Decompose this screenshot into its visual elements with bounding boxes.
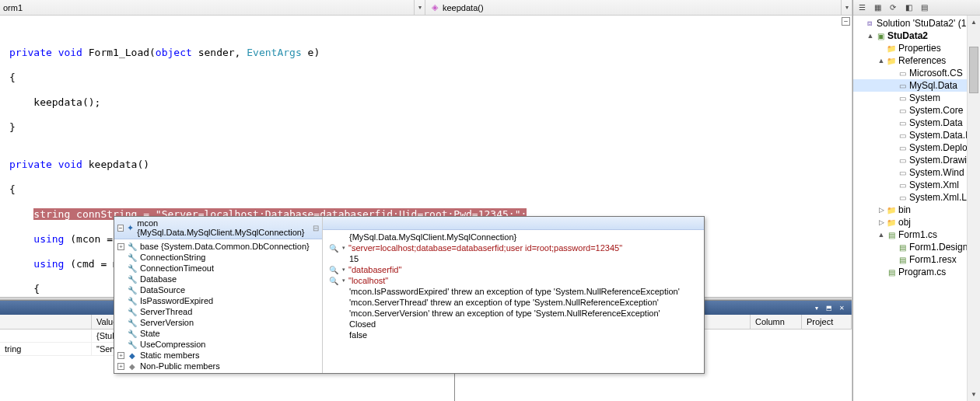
datatip-property[interactable]: 🔧UseCompression — [114, 339, 322, 350]
property-icon: 🔧 — [128, 285, 137, 295]
chevron-down-icon[interactable]: ▾ — [342, 267, 345, 273]
tree-item[interactable]: ▤Form1.resx — [853, 253, 980, 266]
project-node[interactable]: ▲ ▣ StuData2 — [853, 30, 980, 42]
tree-item[interactable]: ▭System.Deplo — [853, 141, 980, 154]
tree-item[interactable]: ▷📁obj — [853, 216, 980, 228]
csfile-icon: ▤ — [886, 267, 897, 277]
expand-icon[interactable]: ▷ — [877, 206, 886, 214]
magnifier-icon[interactable]: 🔍 — [329, 277, 338, 285]
tree-item[interactable]: ▭MySql.Data — [853, 79, 980, 92]
tree-item[interactable]: ▭System.Drawi — [853, 154, 980, 166]
value-text: 15 — [349, 254, 359, 263]
collapse-icon[interactable]: − — [117, 225, 124, 232]
tree-item[interactable]: ▭System.Wind — [853, 166, 980, 179]
tree-item[interactable]: ▭Microsoft.CS — [853, 67, 980, 79]
member-dropdown[interactable]: ◈ keepdata() ▾ — [425, 0, 852, 15]
reference-icon: ▭ — [897, 142, 908, 153]
scroll-up-icon[interactable]: ▲ — [968, 16, 980, 29]
type-dropdown[interactable]: orm1 ▾ — [0, 0, 425, 15]
view-icon[interactable]: ◧ — [901, 2, 915, 14]
showall-icon[interactable]: ▦ — [870, 2, 884, 14]
property-icon: 🔧 — [128, 329, 137, 338]
tree-item[interactable]: ▷📁bin — [853, 204, 980, 216]
expand-icon[interactable]: + — [117, 352, 124, 359]
tree-item[interactable]: ▤Form1.Design — [853, 241, 980, 253]
tree-item[interactable]: 📁Properties — [853, 42, 980, 54]
chevron-down-icon[interactable]: ▾ — [841, 0, 852, 15]
tree-item[interactable]: ▭System.Data.I — [853, 129, 980, 141]
datatip-value: 'mcon.ServerVersion' threw an exception … — [323, 308, 704, 319]
property-label: Static members — [140, 350, 199, 360]
expand-icon — [887, 119, 897, 127]
value-text: {MySql.Data.MySqlClient.MySqlConnection} — [349, 232, 516, 242]
magnifier-icon[interactable]: 🔍 — [329, 266, 338, 274]
refresh-icon[interactable]: ⟳ — [886, 2, 900, 14]
property-icon: 🔧 — [128, 263, 137, 273]
magnifier-icon[interactable]: 🔍 — [329, 244, 338, 253]
datatip-property[interactable]: 🔧ConnectionTimeout — [114, 263, 322, 274]
datatip-value: false — [323, 330, 704, 340]
datatip-header[interactable]: − ✦ mcon {MySql.Data.MySqlClient.MySqlCo… — [114, 217, 322, 239]
property-icon: 🔧 — [128, 307, 137, 316]
tree-item[interactable]: ▭System.Core — [853, 104, 980, 117]
col-project[interactable]: Project — [802, 315, 852, 329]
expand-icon — [117, 287, 124, 294]
expand-icon — [887, 82, 897, 89]
node-label: System.Xml.L — [909, 192, 967, 203]
datatip-property[interactable]: 🔧ServerThread — [114, 306, 322, 317]
pin-icon[interactable]: ⊟ — [313, 224, 319, 232]
collapse-icon[interactable]: − — [842, 17, 850, 26]
expand-icon[interactable]: ▲ — [866, 32, 875, 40]
datatip-property[interactable]: 🔧ConnectionString — [114, 252, 322, 263]
tree-item[interactable]: ▲▤Form1.cs — [853, 228, 980, 241]
tree-item[interactable]: ▭System — [853, 92, 980, 104]
node-label: Microsoft.CS — [909, 68, 963, 78]
expand-icon — [887, 106, 897, 114]
scroll-down-icon[interactable]: ▼ — [968, 388, 980, 401]
expand-icon[interactable]: + — [117, 243, 124, 250]
datatip-value-header — [323, 217, 704, 230]
value-text: 'mcon.IsPasswordExpired' threw an except… — [349, 287, 680, 296]
datatip-property[interactable]: +◆Static members — [114, 350, 322, 361]
datatip-property[interactable]: 🔧IsPasswordExpired — [114, 295, 322, 306]
tree-item[interactable]: ▭System.Xml — [853, 179, 980, 191]
datatip-property[interactable]: 🔧Database — [114, 274, 322, 284]
expand-icon[interactable]: ▲ — [877, 57, 886, 65]
close-icon[interactable]: ✕ — [836, 303, 847, 312]
reference-icon: ▭ — [897, 92, 908, 103]
chevron-down-icon[interactable]: ▾ — [414, 0, 425, 15]
datatip-property[interactable]: 🔧ServerVersion — [114, 317, 322, 328]
property-icon: 🔧 — [128, 242, 137, 251]
expand-icon[interactable]: ▷ — [877, 218, 886, 226]
datatip-property[interactable]: 🔧State — [114, 328, 322, 339]
datatip-property[interactable]: +◆Non-Public members — [114, 361, 322, 371]
expand-icon[interactable]: + — [117, 363, 124, 370]
vertical-scrollbar[interactable]: ▲ ▼ — [967, 16, 980, 401]
reference-icon: ▭ — [897, 68, 908, 78]
debug-datatip[interactable]: − ✦ mcon {MySql.Data.MySqlClient.MySqlCo… — [114, 216, 705, 374]
col-name[interactable] — [0, 315, 92, 329]
chevron-down-icon[interactable]: ▾ — [342, 277, 345, 284]
scroll-thumb[interactable] — [969, 47, 978, 93]
expand-icon[interactable] — [855, 19, 864, 27]
properties-icon[interactable]: ☰ — [855, 2, 869, 14]
pin-icon[interactable]: ⬒ — [824, 303, 835, 312]
dropdown-icon[interactable]: ▾ — [811, 303, 822, 312]
tree-item[interactable]: ▭System.Xml.L — [853, 191, 980, 204]
collapse-icon[interactable]: ▤ — [917, 2, 931, 14]
expand-icon[interactable]: ▲ — [877, 231, 886, 239]
chevron-down-icon[interactable]: ▾ — [342, 245, 345, 251]
datatip-property[interactable]: 🔧DataSource — [114, 284, 322, 295]
node-label: System.Xml — [909, 180, 959, 190]
reference-icon: ▭ — [897, 130, 908, 141]
datatip-value: 🔍▾"databaserfid" — [323, 264, 704, 275]
solution-tree[interactable]: ⧈ Solution 'StuData2' (1 pr ▲ ▣ StuData2… — [853, 16, 980, 401]
tree-item[interactable]: ▤Program.cs — [853, 266, 980, 278]
tree-item[interactable]: ▭System.Data — [853, 117, 980, 129]
datatip-property[interactable]: +🔧base {System.Data.Common.DbConnection} — [114, 241, 322, 252]
property-icon: 🔧 — [128, 253, 137, 262]
col-column[interactable]: Column — [751, 315, 802, 329]
tree-item[interactable]: ▲📁References — [853, 54, 980, 67]
project-icon: ▣ — [875, 30, 886, 41]
solution-node[interactable]: ⧈ Solution 'StuData2' (1 pr — [853, 17, 980, 30]
